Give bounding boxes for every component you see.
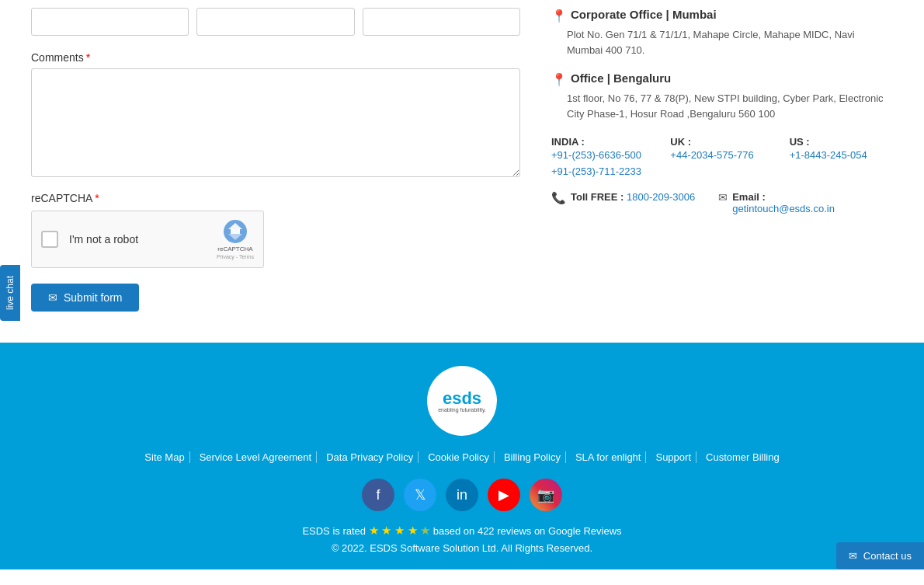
rating-count-text: based on 422 reviews on Google Reviews <box>433 525 622 537</box>
instagram-icon[interactable]: 📷 <box>530 479 562 511</box>
recaptcha-logo: reCAPTCHA Privacy - Terms <box>217 219 254 259</box>
contact-us-widget[interactable]: ✉ Contact us <box>836 542 924 569</box>
star-2: ★ <box>381 524 391 537</box>
recaptcha-box[interactable]: I'm not a robot reCAPTCHA Privacy - Term… <box>31 211 264 268</box>
copyright: © 2022. ESDS Software Solution Ltd. All … <box>16 542 908 554</box>
recaptcha-brand-text: reCAPTCHA <box>217 245 252 252</box>
social-icons: f 𝕏 in ▶ 📷 <box>16 479 908 511</box>
footer-nav-billing-policy[interactable]: Billing Policy <box>499 451 566 463</box>
form-input-2[interactable] <box>196 8 354 36</box>
bengaluru-heading: 📍 Office | Bengaluru <box>551 71 893 87</box>
form-input-1[interactable] <box>31 8 189 36</box>
map-pin-icon-mumbai: 📍 <box>551 9 567 23</box>
recaptcha-label: reCAPTCHA* <box>31 192 520 204</box>
comments-textarea[interactable] <box>31 68 520 177</box>
recaptcha-checkbox[interactable] <box>41 231 58 248</box>
form-fields-row <box>31 8 520 36</box>
mumbai-heading: 📍 Corporate Office | Mumbai <box>551 8 893 23</box>
bengaluru-address-block: 📍 Office | Bengaluru 1st floor, No 76, 7… <box>551 71 893 121</box>
phone-icon: 📞 <box>551 191 566 205</box>
rating-row: ESDS is rated ★ ★ ★ ★ ★ based on 422 rev… <box>16 524 908 538</box>
mumbai-address-text: Plot No. Gen 71/1 & 71/1/1, Mahape Circl… <box>551 27 893 57</box>
footer-nav-support[interactable]: Support <box>651 451 696 463</box>
footer: esds enabling futurability. Site Map Ser… <box>0 343 924 569</box>
star-1: ★ <box>369 524 379 537</box>
email-block: ✉ Email : getintouch@esds.co.in <box>718 191 835 214</box>
contact-us-icon: ✉ <box>849 550 857 562</box>
required-star: * <box>86 51 90 64</box>
email-label: Email : <box>732 191 766 203</box>
envelope-icon: ✉ <box>48 291 57 304</box>
twitter-icon[interactable]: 𝕏 <box>404 479 436 511</box>
footer-nav-sla[interactable]: Service Level Agreement <box>195 451 318 463</box>
footer-logo: esds enabling futurability. <box>16 366 908 436</box>
toll-free-label: Toll FREE : <box>571 191 624 203</box>
india-phone-1[interactable]: +91-(253)-6636-500 <box>551 148 655 164</box>
esds-logo-text: esds <box>443 390 481 407</box>
mumbai-address-block: 📍 Corporate Office | Mumbai Plot No. Gen… <box>551 8 893 57</box>
footer-nav: Site Map Service Level Agreement Data Pr… <box>16 451 908 463</box>
form-input-3[interactable] <box>363 8 520 36</box>
us-label: US : <box>790 136 810 148</box>
india-phone-col: INDIA : +91-(253)-6636-500 +91-(253)-711… <box>551 135 655 180</box>
bengaluru-address-text: 1st floor, No 76, 77 & 78(P), New STPI b… <box>551 91 893 121</box>
youtube-icon[interactable]: ▶ <box>488 479 520 511</box>
uk-phone-col: UK : +44-2034-575-776 <box>670 135 773 180</box>
star-4: ★ <box>408 524 418 537</box>
india-label: INDIA : <box>551 136 585 148</box>
left-column: Comments* reCAPTCHA* I'm not a robot reC… <box>31 8 520 312</box>
bengaluru-heading-text: Office | Bengaluru <box>571 71 671 85</box>
footer-nav-cookie[interactable]: Cookie Policy <box>423 451 495 463</box>
footer-nav-sla-enlight[interactable]: SLA for enlight <box>571 451 647 463</box>
toll-free-number[interactable]: 1800-209-3006 <box>627 191 695 203</box>
contact-bottom: 📞 Toll FREE : 1800-209-3006 ✉ Email : ge… <box>551 191 893 214</box>
linkedin-icon[interactable]: in <box>446 479 478 511</box>
email-info: Email : getintouch@esds.co.in <box>732 191 835 214</box>
live-chat-widget[interactable]: live chat <box>0 264 20 320</box>
email-icon: ✉ <box>718 191 728 204</box>
footer-nav-sitemap[interactable]: Site Map <box>140 451 189 463</box>
phone-row: INDIA : +91-(253)-6636-500 +91-(253)-711… <box>551 135 893 180</box>
facebook-icon[interactable]: f <box>362 479 394 511</box>
india-phone-2[interactable]: +91-(253)-711-2233 <box>551 164 655 180</box>
footer-nav-privacy[interactable]: Data Privacy Policy <box>321 451 419 463</box>
esds-tagline: enabling futurability. <box>438 407 486 413</box>
comments-label: Comments* <box>31 51 520 64</box>
footer-nav-customer-billing[interactable]: Customer Billing <box>701 451 784 463</box>
right-column: 📍 Corporate Office | Mumbai Plot No. Gen… <box>551 8 893 312</box>
star-half: ★ <box>420 524 430 537</box>
uk-label: UK : <box>670 136 691 148</box>
toll-free-block: 📞 Toll FREE : 1800-209-3006 <box>551 191 695 214</box>
mumbai-heading-text: Corporate Office | Mumbai <box>571 8 717 21</box>
rating-text: ESDS is rated <box>302 525 366 537</box>
uk-phone[interactable]: +44-2034-575-776 <box>670 148 773 164</box>
us-phone[interactable]: +1-8443-245-054 <box>790 148 893 164</box>
toll-free-info: Toll FREE : 1800-209-3006 <box>571 191 695 203</box>
contact-us-label: Contact us <box>863 550 912 562</box>
esds-logo-circle: esds enabling futurability. <box>427 366 497 436</box>
recaptcha-not-robot-text: I'm not a robot <box>69 233 138 245</box>
email-address[interactable]: getintouch@esds.co.in <box>732 203 835 214</box>
recaptcha-privacy-text: Privacy - Terms <box>217 254 254 259</box>
us-phone-col: US : +1-8443-245-054 <box>790 135 893 180</box>
map-pin-icon-bengaluru: 📍 <box>551 72 567 87</box>
star-3: ★ <box>394 524 405 537</box>
submit-label: Submit form <box>64 291 122 304</box>
main-container: Comments* reCAPTCHA* I'm not a robot reC… <box>0 0 924 343</box>
required-star-recaptcha: * <box>95 192 99 204</box>
submit-button[interactable]: ✉ Submit form <box>31 284 139 312</box>
